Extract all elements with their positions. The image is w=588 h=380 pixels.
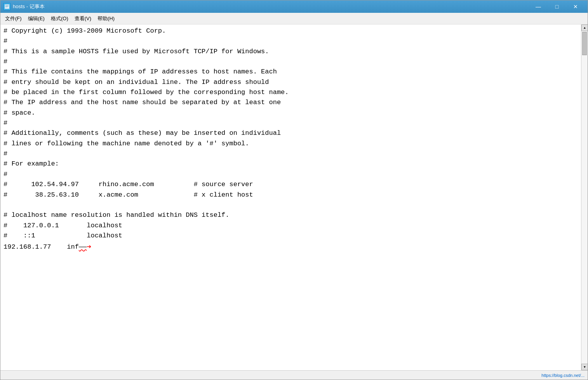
last-line: 192.168.1.77 inf——➔ [3,243,91,251]
menu-file[interactable]: 文件(F) [2,14,25,24]
scroll-track[interactable] [581,31,588,364]
menu-bar: 文件(F) 编辑(E) 格式(O) 查看(V) 帮助(H) [0,13,588,24]
menu-format[interactable]: 格式(O) [48,14,71,24]
text-editor[interactable]: # Copyright (c) 1993-2009 Microsoft Corp… [0,24,581,370]
menu-edit[interactable]: 编辑(E) [25,14,48,24]
scroll-thumb[interactable] [582,32,587,55]
menu-help[interactable]: 帮助(H) [94,14,118,24]
vertical-scrollbar[interactable]: ▲ ▼ [581,24,588,370]
window-controls: — □ ✕ [529,1,585,12]
maximize-button[interactable]: □ [548,1,566,12]
title-bar: hosts - 记事本 — □ ✕ [0,0,588,13]
close-button[interactable]: ✕ [567,1,585,12]
status-bar: https://blog.csdn.net/... [0,370,588,380]
scroll-down-button[interactable]: ▼ [581,364,588,370]
window-title: hosts - 记事本 [13,3,529,10]
notepad-window: hosts - 记事本 — □ ✕ 文件(F) 编辑(E) 格式(O) 查看(V… [0,0,588,380]
scroll-up-button[interactable]: ▲ [581,24,588,31]
menu-view[interactable]: 查看(V) [71,14,94,24]
minimize-button[interactable]: — [529,1,547,12]
status-right: https://blog.csdn.net/... [541,373,585,378]
content-area: # Copyright (c) 1993-2009 Microsoft Corp… [0,24,588,370]
svg-rect-0 [5,4,9,9]
app-icon [3,3,10,10]
